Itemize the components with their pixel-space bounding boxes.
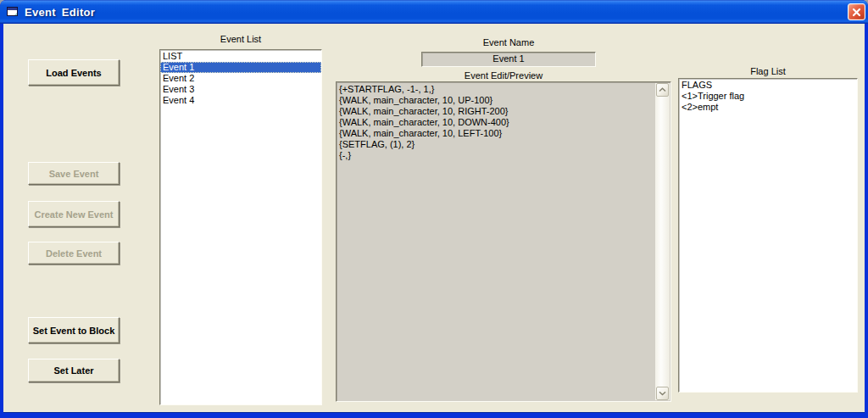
edit-line: {+STARTFLAG, -1-, 1,}: [339, 84, 654, 95]
load-events-button[interactable]: Load Events: [28, 59, 120, 86]
edit-line: {-,}: [339, 150, 654, 161]
event-name-label: Event Name: [421, 37, 596, 47]
create-new-event-button[interactable]: Create New Event: [28, 201, 120, 227]
chevron-up-icon: [659, 87, 666, 92]
list-item[interactable]: Event 2: [160, 73, 321, 84]
list-item[interactable]: FLAGS: [679, 80, 857, 91]
scroll-down-button[interactable]: [656, 387, 669, 400]
list-item[interactable]: <2>empt: [679, 102, 857, 113]
edit-line: {WALK, main_character, 10, RIGHT-200}: [339, 106, 654, 117]
event-list-label: Event List: [159, 34, 322, 44]
list-item[interactable]: Event 3: [160, 84, 321, 95]
list-item-selected[interactable]: Event 1: [160, 62, 321, 73]
set-later-button[interactable]: Set Later: [28, 359, 120, 382]
event-edit-textarea[interactable]: {+STARTFLAG, -1-, 1,} {WALK, main_charac…: [336, 81, 671, 402]
list-item[interactable]: <1>Trigger flag: [679, 91, 857, 102]
vertical-scrollbar[interactable]: [655, 83, 670, 400]
list-item[interactable]: Event 4: [160, 95, 321, 106]
title-bar[interactable]: Event Editor: [0, 0, 868, 24]
close-x-icon: [852, 8, 861, 17]
scroll-up-button[interactable]: [656, 83, 669, 97]
flag-list[interactable]: FLAGS <1>Trigger flag <2>empt: [678, 78, 858, 393]
edit-line: {WALK, main_character, 10, LEFT-100}: [339, 128, 654, 139]
window-title: Event Editor: [25, 6, 95, 19]
set-event-to-block-button[interactable]: Set Event to Block: [28, 317, 120, 343]
save-event-button[interactable]: Save Event: [28, 162, 120, 185]
event-name-field[interactable]: Event 1: [421, 52, 596, 67]
event-list[interactable]: LIST Event 1 Event 2 Event 3 Event 4: [159, 49, 322, 405]
edit-line: {SETFLAG, (1), 2}: [339, 139, 654, 150]
edit-line: {WALK, main_character, 10, UP-100}: [339, 95, 654, 106]
form-window-icon: [6, 5, 19, 19]
edit-line: {WALK, main_character, 10, DOWN-400}: [339, 117, 654, 128]
delete-event-button[interactable]: Delete Event: [28, 242, 120, 265]
flag-list-label: Flag List: [678, 66, 858, 76]
chevron-down-icon: [659, 391, 666, 396]
event-edit-label: Event Edit/Preview: [336, 70, 671, 81]
close-button[interactable]: [848, 3, 865, 20]
list-item[interactable]: LIST: [160, 51, 321, 62]
event-editor-window: Event Editor Load Events Save Event Crea…: [0, 0, 868, 418]
